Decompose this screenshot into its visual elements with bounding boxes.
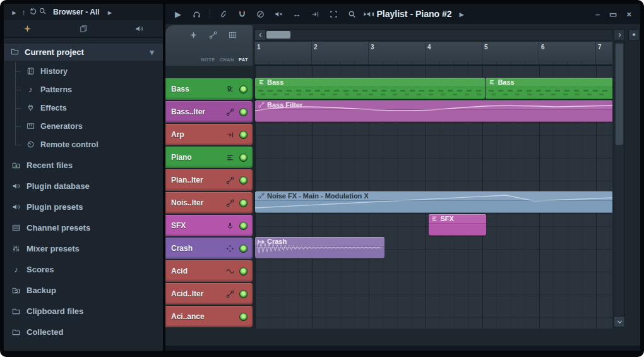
speaker-icon xyxy=(11,181,21,191)
note-icon: ♪ xyxy=(11,265,21,274)
slip-icon[interactable] xyxy=(218,9,229,19)
scroll-left-button[interactable] xyxy=(255,30,265,40)
track-header-arp[interactable]: Arp xyxy=(165,124,253,145)
mode-label-chan[interactable]: CHAN xyxy=(220,57,234,63)
track-enable-led[interactable] xyxy=(239,108,247,116)
bars-icon xyxy=(431,215,438,222)
picker-panel-tools xyxy=(188,30,237,40)
arrow-up-icon[interactable]: ↑ xyxy=(19,8,28,17)
zoom-icon[interactable] xyxy=(347,9,357,19)
track-header-piano[interactable]: Piano xyxy=(165,147,253,168)
copy-icon[interactable] xyxy=(79,24,88,33)
marquee-icon[interactable] xyxy=(328,9,338,19)
browser-item-scores[interactable]: ♪Scores xyxy=(4,259,163,280)
mic-icon xyxy=(224,222,236,230)
track-header-sfx[interactable]: SFX xyxy=(165,215,253,236)
sparkle-icon[interactable] xyxy=(188,30,198,40)
playlist-corner-panel: NOTECHANPAT xyxy=(165,25,253,66)
track-header-bass-lter[interactable]: Bass..lter xyxy=(165,101,253,123)
track-header-acid-lter[interactable]: Acid..lter xyxy=(165,283,253,305)
playlist-title-chevron-icon[interactable]: ▸ xyxy=(457,9,467,19)
minimize-button[interactable]: – xyxy=(595,9,600,19)
track-header-pian-lter[interactable]: Pian..lter xyxy=(165,169,253,191)
folder-recent-icon xyxy=(11,160,21,170)
browser-item-remote-control[interactable]: Remote control xyxy=(4,135,163,154)
clip-sfx[interactable]: SFX xyxy=(429,214,486,236)
slide-icon xyxy=(224,131,236,139)
browser-item-clipboard-files[interactable]: Clipboard files xyxy=(4,301,163,322)
clip-bass[interactable]: Bass xyxy=(255,78,485,99)
close-button[interactable]: × xyxy=(626,9,631,19)
play-icon[interactable]: ▶ xyxy=(173,9,183,19)
track-enable-led[interactable] xyxy=(239,245,247,253)
track-enable-led[interactable] xyxy=(239,85,247,94)
collapse-triangle-icon[interactable]: ▾ xyxy=(147,47,157,57)
track-enable-led[interactable] xyxy=(239,131,247,139)
horizontal-scroll-thumb[interactable] xyxy=(266,31,290,39)
browser-item-plugin-database[interactable]: Plugin database xyxy=(4,176,163,197)
browser-item-recent-files[interactable]: Recent files xyxy=(4,155,163,176)
vertical-scroll-thumb[interactable] xyxy=(616,44,623,145)
folder-icon xyxy=(11,306,21,316)
browser-item-collected[interactable]: Collected xyxy=(4,322,163,342)
horizontal-scrollbar[interactable] xyxy=(254,29,612,40)
track-header-aci-ance[interactable]: Aci..ance xyxy=(165,306,253,327)
track-enable-led[interactable] xyxy=(239,267,247,275)
slide-icon[interactable] xyxy=(310,9,320,19)
playlist-options-button[interactable]: • xyxy=(628,29,640,40)
link-icon xyxy=(224,199,236,207)
track-enable-led[interactable] xyxy=(239,290,247,298)
timeline-ruler[interactable]: 1234567 xyxy=(254,42,612,66)
knob-icon xyxy=(26,140,35,149)
track-header-acid[interactable]: Acid xyxy=(165,260,253,282)
clip-noise-fx-main-modulation-x[interactable]: Noise FX - Main - Modulation X xyxy=(255,191,612,213)
stretch-icon[interactable]: ↔ xyxy=(292,9,302,19)
disable-icon[interactable] xyxy=(255,9,265,19)
scroll-down-button[interactable] xyxy=(614,316,625,327)
playlist-grid[interactable]: BassBassBass FilterNoise FX - Main - Mod… xyxy=(254,66,612,329)
mute-icon[interactable] xyxy=(273,9,283,19)
track-enable-led[interactable] xyxy=(239,154,247,162)
ruler-bar-number: 2 xyxy=(314,44,318,51)
speaker-icon xyxy=(11,202,21,212)
mode-label-note[interactable]: NOTE xyxy=(201,57,215,63)
browser-item-history[interactable]: History xyxy=(4,62,163,80)
audio-icon xyxy=(224,245,236,253)
link-icon[interactable] xyxy=(208,30,218,40)
speaker-icon[interactable] xyxy=(134,24,144,33)
browser-item-channel-presets[interactable]: Channel presets xyxy=(4,217,163,238)
maximize-button[interactable]: ▭ xyxy=(609,9,617,19)
track-enable-led[interactable] xyxy=(239,313,247,321)
scroll-right-button[interactable] xyxy=(614,29,625,40)
sparkle-icon[interactable] xyxy=(23,24,32,33)
track-enable-led[interactable] xyxy=(239,222,247,230)
browser-item-mixer-presets[interactable]: Mixer presets xyxy=(4,238,163,259)
clip-bass-filter[interactable]: Bass Filter xyxy=(255,100,612,122)
chevron-right-icon[interactable]: ▸ xyxy=(105,8,115,17)
clip-crash[interactable]: ↦Crash xyxy=(255,237,385,258)
browser-item-patterns[interactable]: ♪Patterns xyxy=(4,80,163,99)
track-header-bass[interactable]: Bass9: xyxy=(165,78,253,100)
track-enable-led[interactable] xyxy=(239,176,247,185)
search-icon[interactable] xyxy=(38,6,47,16)
browser-section-current-project[interactable]: Current project ▾ xyxy=(4,44,163,61)
browser-item-plugin-presets[interactable]: Plugin presets xyxy=(4,197,163,217)
browser-item-generators[interactable]: Generators xyxy=(4,117,163,135)
track-header-nois-lter[interactable]: Nois..lter xyxy=(165,192,253,214)
magnet-icon[interactable] xyxy=(237,9,247,19)
track-header-crash[interactable]: Crash xyxy=(165,238,253,259)
browser-item-backup[interactable]: Backup xyxy=(4,280,163,301)
clip-bass[interactable]: Bass xyxy=(486,78,612,99)
ruler-bar-number: 7 xyxy=(598,44,602,51)
headphones-icon[interactable] xyxy=(191,9,201,19)
track-enable-led[interactable] xyxy=(239,199,247,207)
mixer-icon xyxy=(11,244,21,253)
browser-list: Recent filesPlugin databasePlugin preset… xyxy=(4,155,163,342)
browser-nav-bar: ▸↑ Browser - All ▸ xyxy=(4,4,163,20)
grid-icon[interactable] xyxy=(227,30,237,40)
vertical-scrollbar[interactable] xyxy=(614,42,625,327)
undo-icon[interactable] xyxy=(28,6,38,16)
browser-item-effects[interactable]: Effects xyxy=(4,99,163,117)
mode-label-pat[interactable]: PAT xyxy=(239,57,248,63)
chevron-right-icon[interactable]: ▸ xyxy=(9,8,19,17)
